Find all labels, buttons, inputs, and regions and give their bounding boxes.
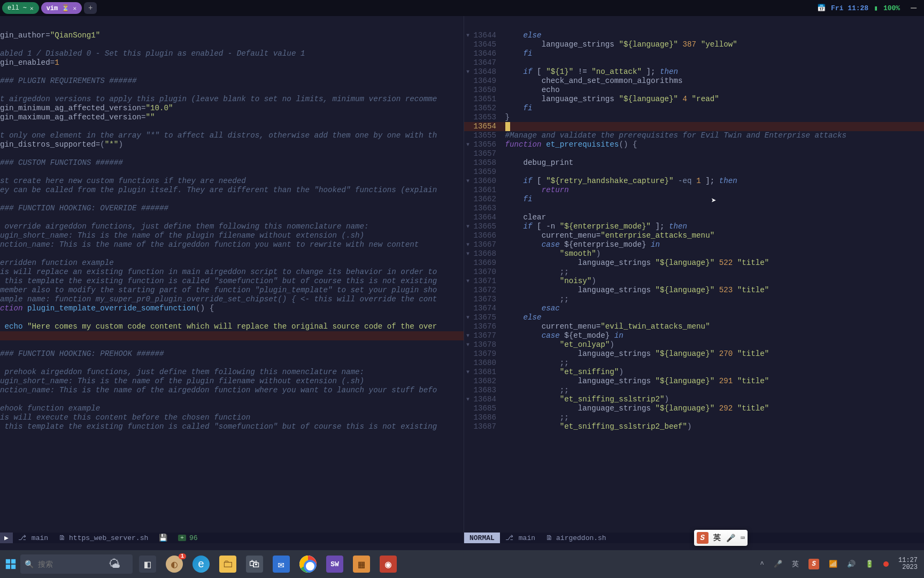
keyboard-icon[interactable]: ⌨ bbox=[741, 534, 745, 543]
filename: airgeddon.sh bbox=[556, 534, 606, 542]
mouse-cursor: ➤ bbox=[711, 195, 717, 206]
left-split[interactable]: gin_author="QianSong1"abled 1 / Disabled… bbox=[0, 16, 464, 543]
svg-rect-3 bbox=[11, 565, 16, 569]
windows-logo-icon bbox=[5, 558, 17, 570]
tab-label: vim ⏳ bbox=[47, 4, 70, 12]
filename: https_web_server.sh bbox=[69, 534, 148, 542]
minimize-icon[interactable]: — bbox=[905, 3, 922, 13]
wifi-icon[interactable]: 📶 bbox=[829, 560, 837, 568]
battery-icon[interactable]: 🔋 bbox=[865, 560, 874, 568]
file-explorer-icon[interactable]: 🗀 bbox=[219, 556, 236, 573]
svg-rect-2 bbox=[6, 565, 10, 569]
weather-icon[interactable]: 🌤 bbox=[109, 557, 120, 572]
svg-rect-1 bbox=[11, 559, 16, 564]
battery-icon: ▮ bbox=[874, 4, 878, 12]
git-branch-icon bbox=[18, 534, 28, 542]
save-icon: 💾 bbox=[159, 534, 167, 542]
file-icon: 🗎 bbox=[59, 534, 66, 542]
sogou-tray-icon[interactable]: S bbox=[808, 559, 819, 569]
ime-toolbar[interactable]: S 英 🎤 ⌨ bbox=[694, 530, 748, 546]
code-area[interactable]: gin_author="QianSong1"abled 1 / Disabled… bbox=[0, 16, 464, 231]
vim-editor: gin_author="QianSong1"abled 1 / Disabled… bbox=[0, 16, 924, 543]
diff-added-count: 96 bbox=[189, 534, 198, 542]
clock: Fri 11:28 bbox=[831, 4, 868, 12]
mail-icon[interactable]: ✉ bbox=[273, 556, 290, 573]
file-icon: 🗎 bbox=[546, 534, 553, 542]
calendar-icon bbox=[817, 4, 826, 12]
close-icon[interactable]: ✕ bbox=[30, 5, 34, 12]
ime-lang[interactable]: 英 bbox=[792, 559, 799, 569]
branch-name: main bbox=[32, 534, 48, 542]
git-branch-icon bbox=[505, 534, 515, 542]
start-button[interactable] bbox=[1, 558, 20, 570]
diff-added: + bbox=[178, 535, 186, 541]
sogou-logo-icon[interactable]: S bbox=[697, 532, 709, 544]
code-area[interactable]: ▾13644 else 13645 language_strings "${la… bbox=[464, 16, 924, 431]
mode-segment: ▶ bbox=[0, 533, 13, 543]
chrome-icon[interactable] bbox=[299, 556, 317, 573]
sw-app-icon[interactable]: SW bbox=[326, 556, 343, 573]
vim-mode: NORMAL bbox=[464, 533, 500, 543]
system-tray: ^ 🎤 英 S 📶 🔊 🔋 11:27 2023 bbox=[760, 557, 923, 571]
app-icon-red[interactable]: ◉ bbox=[380, 556, 397, 573]
terminal-tab-bar: ell ~ ✕ vim ⏳ ✕ + Fri 11:28 ▮ 100% — bbox=[0, 0, 924, 16]
store-icon[interactable]: 🛍 bbox=[246, 556, 263, 573]
edge-icon[interactable]: e bbox=[192, 556, 210, 573]
statusline-left: ▶ main 🗎https_web_server.sh 💾 +96 bbox=[0, 533, 464, 543]
app-icon[interactable]: ▦ bbox=[353, 556, 370, 573]
svg-rect-0 bbox=[6, 559, 10, 564]
branch-name: main bbox=[519, 534, 535, 542]
tray-date: 2023 bbox=[898, 564, 918, 571]
tab-shell[interactable]: ell ~ ✕ bbox=[2, 2, 39, 14]
chevron-up-icon[interactable]: ^ bbox=[760, 560, 764, 568]
tab-label: ell ~ bbox=[7, 4, 27, 12]
badge-count: 1 bbox=[179, 553, 186, 559]
search-icon: 🔍 bbox=[25, 560, 34, 569]
add-tab-button[interactable]: + bbox=[84, 2, 97, 14]
search-input[interactable] bbox=[38, 560, 107, 568]
clock-area[interactable]: 11:27 2023 bbox=[898, 557, 918, 571]
microphone-icon[interactable]: 🎤 bbox=[774, 560, 782, 568]
battery-level: 100% bbox=[883, 4, 900, 12]
microphone-icon[interactable]: 🎤 bbox=[726, 534, 735, 543]
volume-icon[interactable]: 🔊 bbox=[847, 560, 856, 568]
close-icon[interactable]: ✕ bbox=[73, 5, 76, 12]
taskbar-search[interactable]: 🔍 🌤 bbox=[20, 554, 133, 574]
notification-dot-icon[interactable] bbox=[883, 561, 889, 567]
right-split[interactable]: ▾13644 else 13645 language_strings "${la… bbox=[464, 16, 924, 543]
windows-taskbar: 🔍 🌤 ◧ ◐1 e 🗀 🛍 ✉ SW ▦ ◉ ^ 🎤 英 S 📶 🔊 🔋 11… bbox=[0, 550, 924, 578]
taskview-icon[interactable]: ◧ bbox=[139, 556, 156, 573]
ime-lang-toggle[interactable]: 英 bbox=[713, 533, 721, 543]
browser-icon[interactable]: ◐1 bbox=[166, 556, 183, 573]
tab-vim[interactable]: vim ⏳ ✕ bbox=[41, 2, 82, 14]
